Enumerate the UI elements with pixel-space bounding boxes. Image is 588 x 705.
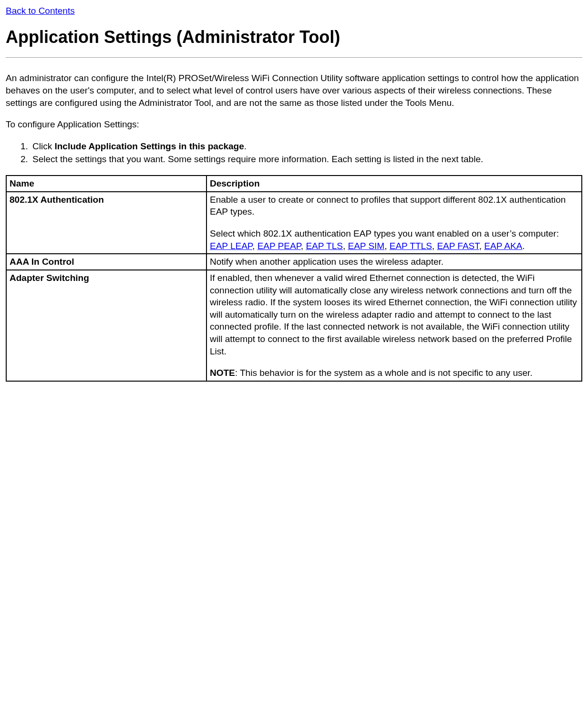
eap-leap-link[interactable]: EAP LEAP [210,241,252,251]
step1-bold: Include Application Settings in this pac… [54,141,244,151]
configure-paragraph: To configure Application Settings: [6,118,582,131]
row-description: If enabled, then whenever a valid wired … [206,270,582,381]
row-name: Adapter Switching [6,270,206,381]
eap-peap-link[interactable]: EAP PEAP [258,241,301,251]
step1-post: . [244,141,247,151]
table-header-row: Name Description [6,176,582,192]
table-row: Adapter Switching If enabled, then whene… [6,270,582,381]
page-title: Application Settings (Administrator Tool… [6,26,582,49]
row-description: Notify when another application uses the… [206,254,582,270]
header-name: Name [6,176,206,192]
table-row: 802.1X Authentication Enable a user to c… [6,192,582,254]
eap-aka-link[interactable]: EAP AKA [484,241,522,251]
row-name: AAA In Control [6,254,206,270]
row-description: Enable a user to create or connect to pr… [206,192,582,254]
eap-fast-link[interactable]: EAP FAST [437,241,479,251]
step-item-1: Click Include Application Settings in th… [31,140,582,153]
note-label: NOTE [210,368,235,378]
back-to-contents-link[interactable]: Back to Contents [6,6,75,16]
step-item-2: Select the settings that you want. Some … [31,153,582,166]
note-text: : This behavior is for the system as a w… [235,368,533,378]
row1-desc-p1: Enable a user to create or connect to pr… [210,194,578,218]
intro-paragraph: An administrator can configure the Intel… [6,72,582,109]
eap-ttls-link[interactable]: EAP TTLS [390,241,432,251]
row1-desc-p2: Select which 802.1X authentication EAP t… [210,228,578,252]
steps-list: Click Include Application Settings in th… [6,140,582,166]
row3-desc-p1: If enabled, then whenever a valid wired … [210,272,578,357]
step1-pre: Click [32,141,54,151]
row-name: 802.1X Authentication [6,192,206,254]
eap-tls-link[interactable]: EAP TLS [306,241,342,251]
separator [6,57,582,58]
eap-sim-link[interactable]: EAP SIM [348,241,384,251]
settings-table: Name Description 802.1X Authentication E… [6,175,582,382]
row3-note: NOTE: This behavior is for the system as… [210,367,578,379]
header-description: Description [206,176,582,192]
table-row: AAA In Control Notify when another appli… [6,254,582,270]
